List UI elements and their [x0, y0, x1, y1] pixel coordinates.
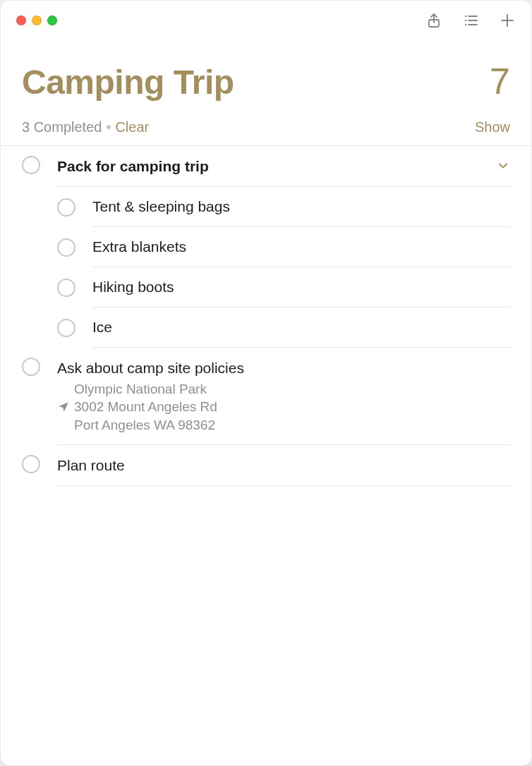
complete-toggle[interactable] — [22, 156, 40, 174]
complete-toggle[interactable] — [57, 198, 75, 217]
complete-toggle[interactable] — [57, 279, 75, 297]
complete-toggle[interactable] — [57, 238, 75, 257]
reminder-row[interactable]: Plan route — [22, 445, 510, 486]
add-icon[interactable] — [499, 12, 516, 29]
svg-point-5 — [465, 24, 466, 25]
subtask-title: Tent & sleeping bags — [92, 187, 510, 227]
status-left: 3 Completed • Clear — [22, 119, 149, 135]
minimize-button[interactable] — [32, 16, 42, 25]
titlebar — [1, 1, 531, 40]
maximize-button[interactable] — [47, 16, 57, 25]
reminder-row[interactable]: Ask about camp site policies Olympic Nat… — [22, 348, 510, 444]
list-count: 7 — [490, 60, 510, 102]
chevron-down-icon[interactable] — [496, 159, 510, 176]
clear-button[interactable]: Clear — [115, 119, 149, 135]
location-icon — [57, 400, 70, 413]
subtask-row[interactable]: Hiking boots — [57, 267, 510, 308]
reminder-list: Pack for camping trip Tent & sleeping ba… — [1, 146, 531, 486]
reminder-row[interactable]: Pack for camping trip — [22, 146, 510, 187]
reminder-location: Olympic National Park 3002 Mount Angeles… — [57, 380, 510, 434]
reminder-title: Plan route — [57, 455, 510, 475]
separator-dot: • — [106, 119, 111, 135]
subtask-row[interactable]: Extra blankets — [57, 227, 510, 267]
list-header: Camping Trip 7 — [1, 40, 531, 108]
list-title: Camping Trip — [22, 63, 234, 102]
complete-toggle[interactable] — [57, 319, 75, 337]
traffic-lights — [16, 16, 57, 25]
subtask-title: Ice — [92, 308, 510, 348]
location-name: Olympic National Park — [74, 380, 510, 399]
location-street: 3002 Mount Angeles Rd — [74, 398, 510, 416]
subtask-row[interactable]: Ice — [57, 308, 510, 348]
location-city: Port Angeles WA 98362 — [74, 416, 510, 434]
svg-point-1 — [465, 16, 466, 17]
reminders-window: Camping Trip 7 3 Completed • Clear Show … — [0, 0, 532, 766]
subtask-title: Hiking boots — [92, 267, 510, 308]
share-icon[interactable] — [425, 12, 442, 29]
toolbar — [425, 12, 516, 29]
complete-toggle[interactable] — [22, 358, 40, 376]
subtask-row[interactable]: Tent & sleeping bags — [57, 187, 510, 227]
reminder-title: Ask about camp site policies — [57, 358, 510, 378]
svg-point-3 — [465, 20, 466, 21]
completed-count: 3 Completed — [22, 119, 102, 135]
close-button[interactable] — [16, 16, 26, 25]
subtask-title: Extra blankets — [92, 227, 510, 267]
subtask-list: Tent & sleeping bags Extra blankets Hiki… — [57, 187, 510, 348]
list-view-icon[interactable] — [462, 12, 479, 29]
status-row: 3 Completed • Clear Show — [1, 108, 531, 146]
complete-toggle[interactable] — [22, 455, 40, 473]
show-completed-button[interactable]: Show — [475, 119, 510, 135]
reminder-title: Pack for camping trip — [57, 156, 510, 176]
